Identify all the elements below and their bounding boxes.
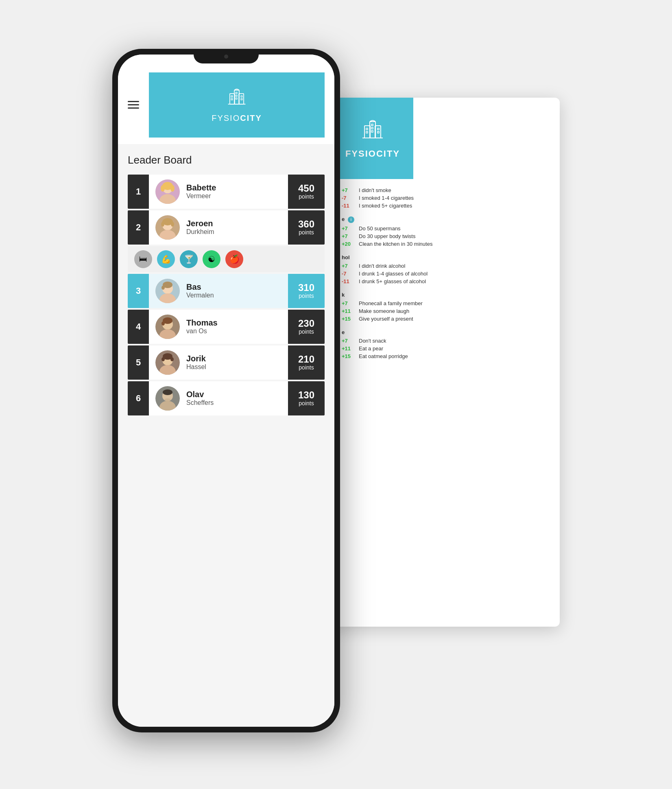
row-desc: Make someone laugh	[359, 308, 409, 314]
svg-point-54	[163, 389, 172, 395]
name-area-bas: Bas Vermalen	[186, 282, 288, 299]
first-name-jeroen: Jeroen	[186, 219, 288, 228]
phone-camera	[224, 55, 228, 59]
svg-point-28	[170, 185, 175, 192]
bg-row: -11 I drunk 5+ glasses of alcohol	[342, 278, 550, 284]
svg-point-27	[161, 185, 165, 192]
leaderboard-row-2[interactable]: 2 Jeroen Dur	[128, 210, 325, 245]
leaderboard-row-4[interactable]: 4 Thomas van Os	[128, 310, 325, 344]
rank-5: 5	[128, 345, 149, 380]
last-name-bas: Vermalen	[186, 292, 288, 299]
svg-rect-4	[366, 131, 368, 133]
avatar-jeroen	[155, 215, 180, 240]
points-thomas: 230 points	[288, 310, 325, 344]
rank-4: 4	[128, 310, 149, 344]
icon-badge-exercise: 💪	[157, 250, 175, 268]
leaderboard-row-1[interactable]: 1 Babette	[128, 175, 325, 209]
name-area-jorik: Jorik Hassel	[186, 354, 288, 371]
bg-section-smoking: +7 I didn't smoke -7 I smoked 1-4 cigare…	[342, 187, 550, 209]
name-area-babette: Babette Vermeer	[186, 183, 288, 200]
pts-value: -11	[342, 278, 355, 284]
bg-row: +15 Eat oatmeal porridge	[342, 353, 550, 359]
points-jeroen: 360 points	[288, 210, 325, 245]
first-name-jorik: Jorik	[186, 354, 288, 363]
bg-section-alcohol: hol +7 I didn't drink alcohol -7 I drunk…	[342, 254, 550, 284]
phone-header: FYSIOCITY	[118, 55, 334, 144]
pts-label: points	[299, 364, 314, 371]
svg-rect-5	[377, 128, 379, 130]
rank-3: 3	[128, 274, 149, 308]
row-desc: Clean the kitchen in 30 minutes	[359, 241, 432, 247]
pts-num: 230	[298, 319, 314, 328]
section-title: k	[342, 292, 550, 298]
leaderboard-row-5[interactable]: 5 Jorik Hass	[128, 345, 325, 380]
row-desc: Give yourself a present	[359, 316, 413, 322]
pts-value: +11	[342, 345, 355, 352]
row-desc: I smoked 5+ cigarettes	[359, 203, 412, 209]
last-name-olav: Scheffers	[186, 399, 288, 407]
section-title: e i	[342, 216, 550, 223]
leaderboard-row-3[interactable]: 3 Bas Vermalen	[128, 274, 325, 308]
building-icon-phone	[225, 87, 249, 111]
pts-value: +7	[342, 233, 355, 239]
phone-content[interactable]: Leader Board 1	[118, 144, 334, 727]
hamburger-line	[128, 107, 139, 109]
icons-row: 🛏 💪 🍸 ☯ 🍎	[128, 246, 325, 272]
row-desc: I smoked 1-4 cigarettes	[359, 195, 414, 201]
last-name-jeroen: Durkheim	[186, 228, 288, 236]
brand-light: FYSIO	[345, 149, 376, 159]
row-desc: Do 30 upper body twists	[359, 233, 415, 239]
pts-value: +15	[342, 353, 355, 359]
phone-screen: FYSIOCITY Leader Board 1	[118, 55, 334, 727]
avatar-bas	[155, 279, 180, 303]
first-name-thomas: Thomas	[186, 318, 288, 328]
svg-point-44	[161, 321, 165, 326]
icon-badge-sleep: 🛏	[134, 250, 152, 268]
rank-1: 1	[128, 175, 149, 209]
last-name-jorik: Hassel	[186, 363, 288, 371]
last-name-babette: Vermeer	[186, 192, 288, 200]
svg-rect-0	[364, 126, 370, 138]
pts-value: +7	[342, 225, 355, 232]
bg-section-food: e +7 Don't snack +11 Eat a pear +15 Eat …	[342, 329, 550, 359]
hamburger-line	[128, 101, 139, 102]
pts-value: -7	[342, 271, 355, 277]
row-desc: Don't snack	[359, 338, 386, 344]
pts-value: -7	[342, 195, 355, 201]
pts-num: 130	[298, 390, 314, 400]
svg-rect-3	[366, 128, 368, 130]
svg-rect-14	[231, 96, 232, 97]
row-desc: Phonecall a family member	[359, 300, 423, 306]
menu-button[interactable]	[128, 101, 139, 109]
row-desc: Do 50 supermans	[359, 225, 401, 232]
svg-rect-15	[231, 98, 232, 100]
svg-point-49	[161, 357, 165, 361]
bg-section-exercise: e i +7 Do 50 supermans +7 Do 30 upper bo…	[342, 216, 550, 247]
section-title: e	[342, 329, 550, 335]
scene: FYSIOCITY +7 I didn't smoke -7 I smoked …	[112, 49, 560, 741]
pts-value: +7	[342, 187, 355, 193]
icon-badge-apple: 🍎	[225, 250, 243, 268]
pts-value: +15	[342, 316, 355, 322]
pts-value: +7	[342, 300, 355, 306]
pts-num: 310	[298, 283, 314, 293]
points-olav: 130 points	[288, 381, 325, 415]
bg-row: +7 Do 50 supermans	[342, 225, 550, 232]
bg-row: +15 Give yourself a present	[342, 316, 550, 322]
bg-row: +20 Clean the kitchen in 30 minutes	[342, 241, 550, 247]
bg-row: -7 I drunk 1-4 glasses of alcohol	[342, 271, 550, 277]
avatar-jorik	[155, 350, 180, 375]
bg-row: +7 Phonecall a family member	[342, 300, 550, 306]
row-desc: I drunk 5+ glasses of alcohol	[359, 278, 426, 284]
hamburger-line	[128, 104, 139, 105]
pts-label: points	[299, 193, 314, 200]
rank-2: 2	[128, 210, 149, 245]
pts-num: 210	[298, 354, 314, 364]
first-name-olav: Olav	[186, 390, 288, 399]
leaderboard-row-6[interactable]: 6 Olav Schef	[128, 381, 325, 415]
brand-light-phone: FYSIO	[212, 114, 240, 122]
row-desc: Eat oatmeal porridge	[359, 353, 408, 359]
pts-num: 360	[298, 219, 314, 229]
phone-brand: FYSIOCITY	[212, 114, 262, 123]
name-area-thomas: Thomas van Os	[186, 318, 288, 335]
